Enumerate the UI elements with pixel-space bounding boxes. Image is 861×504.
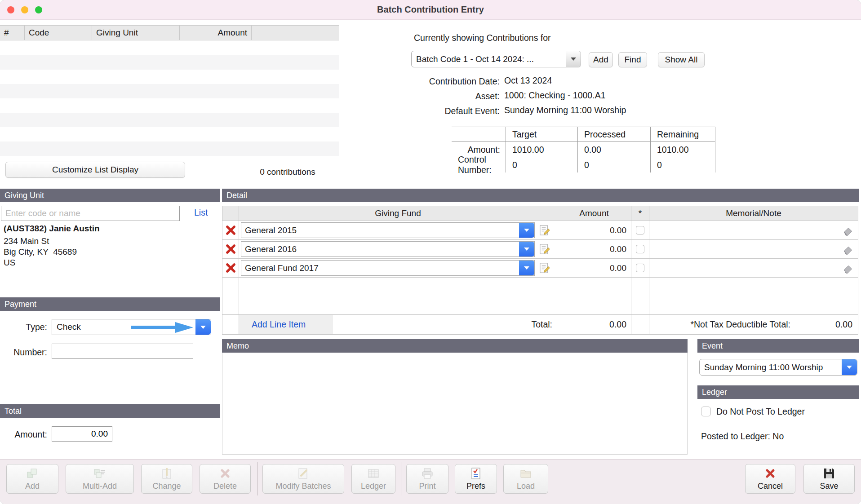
detail-row: General Fund 2017 0.00 [222,259,858,278]
batch-select-dropdown-button[interactable] [566,51,581,67]
contribution-count-text: 0 contributions [249,167,326,177]
memo-textarea[interactable] [222,353,688,455]
fund-note-icon[interactable] [538,243,550,255]
giving-unit-list-link[interactable]: List [194,208,208,218]
ledger-button-label: Ledger [361,482,386,491]
event-section-header: Event [697,339,859,353]
prefs-button-label: Prefs [466,482,485,491]
memorial-note-field[interactable] [649,259,858,277]
table-row [0,113,339,127]
delete-line-button[interactable] [222,221,239,239]
column-header-number[interactable]: # [0,26,25,40]
cancel-button[interactable]: Cancel [745,464,795,494]
titlebar: Batch Contribution Entry [0,0,861,20]
contributions-table-body[interactable] [0,41,339,156]
prefs-button[interactable]: Prefs [455,464,497,494]
column-header-code[interactable]: Code [25,26,92,40]
event-select[interactable]: Sunday Morning 11:00 Worship [699,359,857,376]
detail-ntd-cell: *Not Tax Deductible Total: 0.00 [649,315,858,334]
ledger-section-header: Ledger [697,385,859,399]
detail-empty-cell [631,276,649,314]
eraser-icon[interactable] [843,243,854,255]
batch-select[interactable]: Batch Code 1 - Oct 14 2024: ... [411,51,581,67]
delete-row-x-icon [225,262,236,274]
chevron-down-icon [200,326,206,329]
detail-header-giving-fund: Giving Fund [239,206,557,221]
fund-note-icon[interactable] [538,224,550,236]
payment-section-header: Payment [0,297,220,311]
memorial-note-field[interactable] [649,240,858,258]
giving-fund-dropdown-button[interactable] [519,261,534,275]
giving-fund-select[interactable]: General 2016 [241,241,535,257]
detail-total-label: Total: [531,319,557,330]
payment-type-select[interactable]: Check [52,319,211,335]
table-row [0,70,339,84]
zoom-window-button[interactable] [35,6,42,13]
event-dropdown-button[interactable] [842,359,857,375]
payment-type-dropdown-button[interactable] [195,319,211,335]
chevron-down-icon [847,366,852,369]
batch-select-value: Batch Code 1 - Oct 14 2024: ... [412,54,566,64]
batch-show-all-button[interactable]: Show All [658,52,705,67]
line-amount-field[interactable]: 0.00 [557,221,631,239]
multi-add-button[interactable]: Multi-Add [66,464,134,494]
currently-showing-label: Currently showing Contributions for [414,33,551,43]
not-tax-deductible-checkbox[interactable] [636,226,644,234]
add-line-item-link[interactable]: Add Line Item [252,319,306,330]
eraser-icon[interactable] [843,225,854,236]
detail-empty-cell [222,276,239,314]
giving-fund-dropdown-button[interactable] [519,223,534,238]
ledger-icon [367,467,380,480]
minimize-window-button[interactable] [21,6,28,13]
change-button-label: Change [152,482,181,491]
delete-line-button[interactable] [222,259,239,277]
giving-fund-select[interactable]: General 2015 [241,222,535,238]
total-amount-label: Amount: [0,429,47,440]
do-not-post-checkbox[interactable] [701,407,711,416]
detail-rows: General 2015 0.00 General 2016 [222,221,858,278]
not-tax-deductible-checkbox[interactable] [636,245,644,253]
table-row [0,55,339,70]
save-button[interactable]: Save [803,464,855,494]
table-row [0,98,339,113]
load-button[interactable]: Load [503,464,548,494]
modify-batches-button[interactable]: Modify Batches [262,464,344,494]
giving-fund-cell: General 2016 [239,240,557,258]
close-window-button[interactable] [7,6,14,13]
line-amount-field[interactable]: 0.00 [557,240,631,258]
ntd-total-label: *Not Tax Deductible Total: [690,319,790,330]
summary-control-label: Control Number: [452,157,506,172]
giving-fund-select[interactable]: General Fund 2017 [241,260,535,276]
add-button[interactable]: Add [6,464,58,494]
detail-total-fund-cell: Add Line Item Total: [239,315,557,334]
memorial-note-field[interactable] [649,221,858,239]
detail-table-header: Giving Fund Amount * Memorial/Note [222,206,858,221]
batch-add-button[interactable]: Add [589,52,613,67]
delete-line-button[interactable] [222,240,239,258]
eraser-icon[interactable] [843,262,854,274]
giving-unit-search-input[interactable] [1,206,180,221]
column-header-amount[interactable]: Amount [180,26,252,40]
line-amount-field[interactable]: 0.00 [557,259,631,277]
total-amount-input[interactable] [52,426,112,442]
multi-add-button-label: Multi-Add [83,482,117,491]
delete-button[interactable]: Delete [200,464,251,494]
fund-note-icon[interactable] [538,262,550,274]
payment-type-value: Check [52,322,195,332]
delete-row-x-icon [225,225,236,236]
ntd-total-value: 0.00 [790,319,854,330]
not-tax-deductible-checkbox[interactable] [636,264,644,272]
giving-fund-dropdown-button[interactable] [519,242,534,256]
column-header-giving-unit[interactable]: Giving Unit [92,26,180,40]
traffic-lights [7,6,42,13]
chevron-down-icon [524,229,529,232]
batch-find-button[interactable]: Find [618,52,647,67]
customize-list-display-button[interactable]: Customize List Display [5,162,185,178]
change-button[interactable]: Change [141,464,192,494]
table-row [0,84,339,98]
default-event-label: Default Event: [411,106,500,116]
payment-number-input[interactable] [52,344,193,359]
ledger-button[interactable]: Ledger [351,464,395,494]
not-tax-deductible-cell [631,221,649,239]
print-button[interactable]: Print [406,464,448,494]
